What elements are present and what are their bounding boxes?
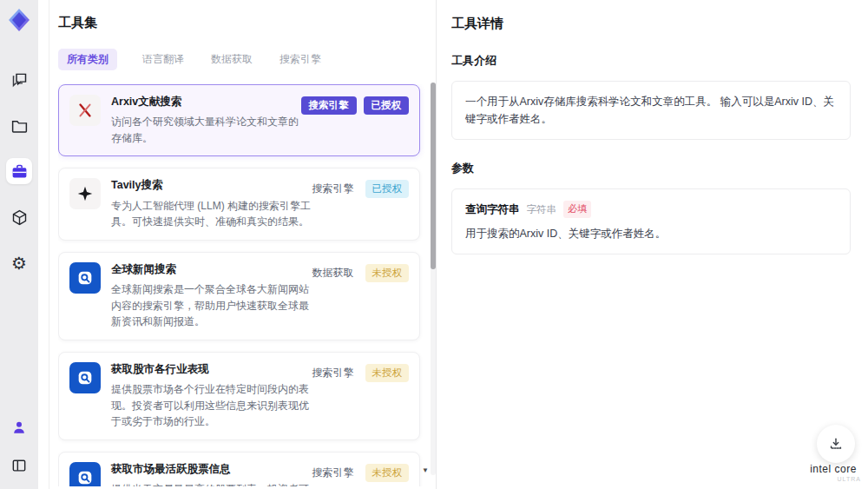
news-search-logo-icon: [69, 262, 101, 294]
app-logo-icon: [6, 7, 32, 33]
tab-translation[interactable]: 语言翻译: [141, 49, 186, 70]
param-box: 查询字符串 字符串 必填 用于搜索的Arxiv ID、关键字或作者姓名。: [451, 188, 851, 254]
detail-title: 工具详情: [451, 16, 851, 32]
param-name: 查询字符串: [465, 201, 520, 218]
cube-icon: [10, 208, 29, 227]
status-badge: 已授权: [365, 180, 410, 198]
category-label: 数据获取: [312, 266, 354, 281]
tool-detail-panel: 工具详情 工具介绍 一个用于从Arxiv存储库搜索科学论文和文章的工具。 输入可…: [437, 0, 868, 489]
page-title: 工具集: [58, 15, 431, 31]
params-heading: 参数: [451, 161, 851, 176]
intro-box: 一个用于从Arxiv存储库搜索科学论文和文章的工具。 输入可以是Arxiv ID…: [451, 81, 851, 140]
collapse-panel-button[interactable]: [6, 453, 32, 479]
panel-toggle-icon: [10, 457, 28, 474]
tavily-logo-icon: [69, 178, 101, 209]
status-badge: 未授权: [365, 264, 410, 282]
app-window: ⚙ 工具集 所有类别 语言翻译 数据获取 搜索引擎: [0, 0, 868, 489]
tool-list-panel: 工具集 所有类别 语言翻译 数据获取 搜索引擎 Arxiv文献搜索 访问各个研究…: [49, 0, 436, 489]
tool-description: 访问各个研究领域大量科学论文和文章的存储库。: [111, 114, 301, 146]
scroll-down-arrow-icon[interactable]: ▼: [422, 467, 429, 474]
tab-all-categories[interactable]: 所有类别: [58, 49, 117, 70]
category-badge: 搜索引擎: [301, 96, 357, 115]
category-label: 搜索引擎: [312, 182, 354, 196]
tool-name: Arxiv文献搜索: [111, 95, 301, 109]
tool-name: 获取市场最活跃股票信息: [111, 462, 312, 476]
tab-search-engine[interactable]: 搜索引擎: [278, 49, 323, 70]
tool-card-list: Arxiv文献搜索 访问各个研究领域大量科学论文和文章的存储库。 搜索引擎 已授…: [58, 84, 431, 486]
sidebar: ⚙: [0, 0, 38, 489]
stock-tool-logo-icon: [69, 362, 101, 393]
folder-icon: [10, 116, 29, 135]
tab-data-fetch[interactable]: 数据获取: [209, 49, 254, 70]
tool-card-most-active-stocks[interactable]: 获取市场最活跃股票信息 提供当天交易量最高的股票列表。投资者可以利用这些信息来识…: [58, 452, 420, 486]
tool-name: 全球新闻搜索: [111, 262, 312, 276]
sidebar-item-chat[interactable]: [6, 66, 32, 92]
tool-name: Tavily搜索: [111, 178, 312, 192]
user-avatar[interactable]: [6, 414, 32, 440]
tool-card-global-news[interactable]: 全球新闻搜索 全球新闻搜索是一个聚合全球各大新闻网站内容的搜索引擎，帮助用户快速…: [58, 252, 420, 340]
tool-description: 全球新闻搜索是一个聚合全球各大新闻网站内容的搜索引擎，帮助用户快速获取全球最新资…: [111, 281, 312, 330]
intel-core-logo: intel core ULTRA: [806, 463, 861, 482]
intro-heading: 工具介绍: [451, 53, 851, 69]
category-tabs: 所有类别 语言翻译 数据获取 搜索引擎: [58, 49, 431, 70]
status-badge: 已授权: [364, 96, 410, 115]
tool-description: 提供股票市场各个行业在特定时间段内的表现。投资者可以利用这些信息来识别表现优于或…: [111, 381, 312, 430]
tool-description: 专为人工智能代理 (LLM) 构建的搜索引擎工具。可快速提供实时、准确和真实的结…: [111, 198, 312, 230]
briefcase-icon: [10, 162, 29, 181]
tool-card-sector-performance[interactable]: 获取股市各行业表现 提供股票市场各个行业在特定时间段内的表现。投资者可以利用这些…: [58, 352, 420, 440]
tool-card-tavily[interactable]: Tavily搜索 专为人工智能代理 (LLM) 构建的搜索引擎工具。可快速提供实…: [58, 168, 420, 240]
sidebar-item-settings[interactable]: ⚙: [6, 250, 32, 276]
download-icon: [827, 435, 845, 453]
category-label: 搜索引擎: [312, 466, 354, 480]
sidebar-item-models[interactable]: [6, 204, 32, 230]
status-badge: 未授权: [365, 364, 410, 382]
tool-description: 提供当天交易量最高的股票列表。投资者可以利用这些信息来识别流动性强的股票和潜在的…: [111, 481, 312, 486]
stock-tool-logo-icon: [69, 462, 101, 486]
download-button[interactable]: [817, 425, 855, 463]
param-type: 字符串: [527, 202, 557, 217]
person-icon: [10, 419, 28, 436]
status-badge: 未授权: [365, 464, 410, 482]
param-description: 用于搜索的Arxiv ID、关键字或作者姓名。: [465, 226, 837, 242]
tool-name: 获取股市各行业表现: [111, 362, 312, 376]
arxiv-logo-icon: [69, 95, 101, 126]
gear-icon: ⚙: [11, 254, 27, 272]
tool-card-arxiv[interactable]: Arxiv文献搜索 访问各个研究领域大量科学论文和文章的存储库。 搜索引擎 已授…: [58, 84, 420, 156]
chat-icon: [10, 70, 29, 89]
category-label: 搜索引擎: [312, 366, 354, 380]
sidebar-item-files[interactable]: [6, 112, 32, 138]
param-required-badge: 必填: [563, 201, 591, 218]
sidebar-item-tools[interactable]: [6, 158, 32, 184]
